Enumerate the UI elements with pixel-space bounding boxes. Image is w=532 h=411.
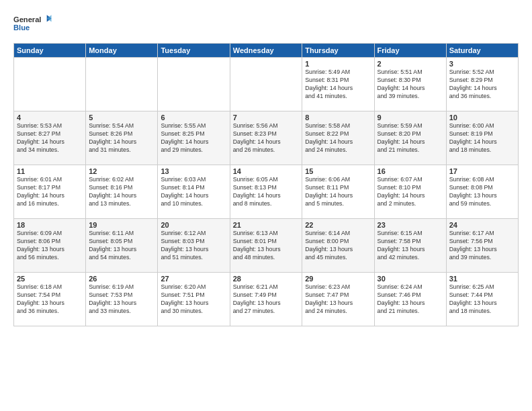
calendar-cell: 2Sunrise: 5:51 AM Sunset: 8:30 PM Daylig… — [374, 58, 446, 111]
day-info: Sunrise: 6:18 AM Sunset: 7:54 PM Dayligh… — [17, 283, 83, 316]
day-info: Sunrise: 6:03 AM Sunset: 8:14 PM Dayligh… — [161, 176, 226, 208]
calendar-table: SundayMondayTuesdayWednesdayThursdayFrid… — [13, 43, 519, 326]
calendar-cell: 24Sunrise: 6:17 AM Sunset: 7:56 PM Dayli… — [446, 219, 518, 273]
calendar-cell: 4Sunrise: 5:53 AM Sunset: 8:27 PM Daylig… — [14, 111, 86, 165]
calendar-cell — [86, 58, 158, 111]
day-info: Sunrise: 5:59 AM Sunset: 8:20 PM Dayligh… — [378, 122, 443, 154]
day-number: 2 — [378, 60, 443, 68]
calendar-cell: 20Sunrise: 6:12 AM Sunset: 8:03 PM Dayli… — [158, 219, 230, 273]
day-info: Sunrise: 6:07 AM Sunset: 8:10 PM Dayligh… — [378, 176, 443, 208]
calendar-cell: 23Sunrise: 6:15 AM Sunset: 7:58 PM Dayli… — [374, 219, 446, 273]
day-number: 5 — [89, 113, 154, 122]
day-info: Sunrise: 5:54 AM Sunset: 8:26 PM Dayligh… — [89, 122, 154, 154]
calendar-cell: 14Sunrise: 6:05 AM Sunset: 8:13 PM Dayli… — [230, 165, 302, 219]
calendar-cell: 22Sunrise: 6:14 AM Sunset: 8:00 PM Dayli… — [302, 219, 374, 273]
day-number: 10 — [449, 113, 515, 122]
calendar-cell: 5Sunrise: 5:54 AM Sunset: 8:26 PM Daylig… — [86, 111, 158, 165]
day-info: Sunrise: 6:24 AM Sunset: 7:46 PM Dayligh… — [378, 283, 443, 316]
day-number: 12 — [89, 167, 154, 175]
day-info: Sunrise: 6:08 AM Sunset: 8:08 PM Dayligh… — [449, 176, 515, 208]
calendar-cell: 25Sunrise: 6:18 AM Sunset: 7:54 PM Dayli… — [14, 273, 86, 326]
day-info: Sunrise: 6:25 AM Sunset: 7:44 PM Dayligh… — [449, 283, 515, 316]
calendar-cell: 9Sunrise: 5:59 AM Sunset: 8:20 PM Daylig… — [374, 111, 446, 165]
day-info: Sunrise: 5:52 AM Sunset: 8:29 PM Dayligh… — [449, 68, 515, 101]
day-number: 15 — [305, 167, 371, 175]
calendar-week-2: 4Sunrise: 5:53 AM Sunset: 8:27 PM Daylig… — [14, 111, 519, 165]
day-number: 17 — [449, 167, 515, 175]
day-info: Sunrise: 5:56 AM Sunset: 8:23 PM Dayligh… — [233, 122, 299, 154]
day-number: 31 — [449, 275, 515, 283]
day-info: Sunrise: 6:01 AM Sunset: 8:17 PM Dayligh… — [17, 176, 83, 208]
calendar-cell: 30Sunrise: 6:24 AM Sunset: 7:46 PM Dayli… — [374, 273, 446, 326]
day-info: Sunrise: 6:11 AM Sunset: 8:05 PM Dayligh… — [89, 230, 154, 262]
calendar-cell: 27Sunrise: 6:20 AM Sunset: 7:51 PM Dayli… — [158, 273, 230, 326]
calendar-cell: 3Sunrise: 5:52 AM Sunset: 8:29 PM Daylig… — [446, 58, 518, 111]
logo: General Blue — [13, 11, 54, 38]
day-info: Sunrise: 6:06 AM Sunset: 8:11 PM Dayligh… — [305, 176, 371, 208]
calendar-cell: 26Sunrise: 6:19 AM Sunset: 7:53 PM Dayli… — [86, 273, 158, 326]
day-number: 9 — [378, 113, 443, 122]
day-number: 16 — [378, 167, 443, 175]
calendar-cell: 10Sunrise: 6:00 AM Sunset: 8:19 PM Dayli… — [446, 111, 518, 165]
day-number: 25 — [17, 275, 83, 283]
header-wednesday: Wednesday — [230, 44, 302, 58]
day-number: 4 — [17, 113, 83, 122]
day-info: Sunrise: 6:12 AM Sunset: 8:03 PM Dayligh… — [161, 230, 226, 262]
day-info: Sunrise: 5:49 AM Sunset: 8:31 PM Dayligh… — [305, 68, 371, 101]
calendar-cell: 13Sunrise: 6:03 AM Sunset: 8:14 PM Dayli… — [158, 165, 230, 219]
header-saturday: Saturday — [446, 44, 518, 58]
day-number: 1 — [305, 60, 371, 68]
calendar-cell: 6Sunrise: 5:55 AM Sunset: 8:25 PM Daylig… — [158, 111, 230, 165]
day-number: 23 — [378, 221, 443, 229]
calendar-cell: 8Sunrise: 5:58 AM Sunset: 8:22 PM Daylig… — [302, 111, 374, 165]
calendar-cell: 11Sunrise: 6:01 AM Sunset: 8:17 PM Dayli… — [14, 165, 86, 219]
header-friday: Friday — [374, 44, 446, 58]
calendar-week-5: 25Sunrise: 6:18 AM Sunset: 7:54 PM Dayli… — [14, 273, 519, 326]
calendar-cell: 19Sunrise: 6:11 AM Sunset: 8:05 PM Dayli… — [86, 219, 158, 273]
day-info: Sunrise: 6:09 AM Sunset: 8:06 PM Dayligh… — [17, 230, 83, 262]
day-info: Sunrise: 6:13 AM Sunset: 8:01 PM Dayligh… — [233, 230, 299, 262]
calendar-cell: 31Sunrise: 6:25 AM Sunset: 7:44 PM Dayli… — [446, 273, 518, 326]
svg-text:Blue: Blue — [13, 24, 30, 32]
calendar-cell: 29Sunrise: 6:23 AM Sunset: 7:47 PM Dayli… — [302, 273, 374, 326]
day-number: 14 — [233, 167, 299, 175]
day-info: Sunrise: 5:53 AM Sunset: 8:27 PM Dayligh… — [17, 122, 83, 154]
page: General Blue SundayMondayTuesdayWednesda… — [0, 0, 532, 411]
day-number: 21 — [233, 221, 299, 229]
svg-text:General: General — [13, 15, 41, 24]
day-info: Sunrise: 6:02 AM Sunset: 8:16 PM Dayligh… — [89, 176, 154, 208]
day-info: Sunrise: 6:00 AM Sunset: 8:19 PM Dayligh… — [449, 122, 515, 154]
header-tuesday: Tuesday — [158, 44, 230, 58]
calendar-week-1: 1Sunrise: 5:49 AM Sunset: 8:31 PM Daylig… — [14, 58, 519, 111]
day-number: 6 — [161, 113, 226, 122]
calendar-cell: 7Sunrise: 5:56 AM Sunset: 8:23 PM Daylig… — [230, 111, 302, 165]
calendar-week-4: 18Sunrise: 6:09 AM Sunset: 8:06 PM Dayli… — [14, 219, 519, 273]
day-info: Sunrise: 6:21 AM Sunset: 7:49 PM Dayligh… — [233, 283, 299, 316]
calendar-week-3: 11Sunrise: 6:01 AM Sunset: 8:17 PM Dayli… — [14, 165, 519, 219]
calendar-cell: 21Sunrise: 6:13 AM Sunset: 8:01 PM Dayli… — [230, 219, 302, 273]
calendar-cell: 28Sunrise: 6:21 AM Sunset: 7:49 PM Dayli… — [230, 273, 302, 326]
day-number: 29 — [305, 275, 371, 283]
calendar-cell — [230, 58, 302, 111]
day-info: Sunrise: 6:17 AM Sunset: 7:56 PM Dayligh… — [449, 230, 515, 262]
logo-svg: General Blue — [13, 11, 54, 38]
day-number: 27 — [161, 275, 226, 283]
calendar-cell: 18Sunrise: 6:09 AM Sunset: 8:06 PM Dayli… — [14, 219, 86, 273]
calendar-cell: 16Sunrise: 6:07 AM Sunset: 8:10 PM Dayli… — [374, 165, 446, 219]
day-info: Sunrise: 5:58 AM Sunset: 8:22 PM Dayligh… — [305, 122, 371, 154]
day-info: Sunrise: 6:14 AM Sunset: 8:00 PM Dayligh… — [305, 230, 371, 262]
day-info: Sunrise: 6:20 AM Sunset: 7:51 PM Dayligh… — [161, 283, 226, 316]
calendar-cell: 12Sunrise: 6:02 AM Sunset: 8:16 PM Dayli… — [86, 165, 158, 219]
day-number: 22 — [305, 221, 371, 229]
header-monday: Monday — [86, 44, 158, 58]
day-number: 28 — [233, 275, 299, 283]
day-number: 30 — [378, 275, 443, 283]
day-number: 3 — [449, 60, 515, 68]
day-number: 19 — [89, 221, 154, 229]
calendar-header-row: SundayMondayTuesdayWednesdayThursdayFrid… — [14, 44, 519, 58]
day-number: 11 — [17, 167, 83, 175]
day-info: Sunrise: 6:05 AM Sunset: 8:13 PM Dayligh… — [233, 176, 299, 208]
calendar-cell — [14, 58, 86, 111]
header-sunday: Sunday — [14, 44, 86, 58]
day-number: 18 — [17, 221, 83, 229]
